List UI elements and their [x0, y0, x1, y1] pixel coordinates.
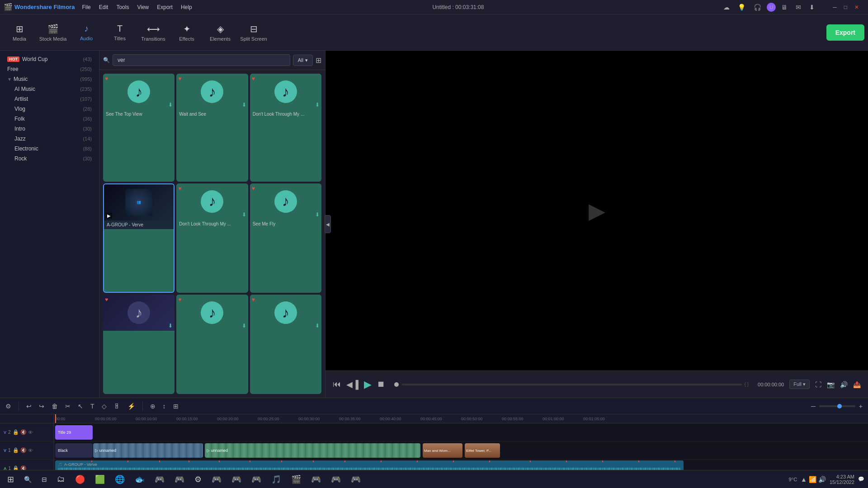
- category-artlist[interactable]: Artlist(107): [0, 94, 99, 104]
- search-input[interactable]: [113, 54, 290, 66]
- clip-unnamed1[interactable]: ▷ unnamed: [93, 443, 203, 458]
- track-eye-v2[interactable]: 👁: [28, 429, 33, 435]
- media-card-7[interactable]: ♪ ♥ ⬇: [103, 295, 175, 394]
- media-card-2[interactable]: ♪ ♥ ⬇ Wait and See: [176, 74, 248, 182]
- taskbar-app12[interactable]: 🎮: [327, 473, 344, 486]
- category-intro[interactable]: Intro(30): [0, 124, 99, 134]
- taskbar-app2[interactable]: 🐟: [131, 473, 148, 486]
- delete-button[interactable]: 🗑: [50, 402, 60, 411]
- taskview-button[interactable]: ⊟: [38, 474, 51, 485]
- keyframe-button[interactable]: ◇: [100, 402, 108, 411]
- zoom-out-button[interactable]: ─: [809, 402, 817, 411]
- playhead[interactable]: [55, 414, 56, 423]
- taskbar-volume-icon[interactable]: 🔊: [818, 476, 826, 483]
- pointer-button[interactable]: ↖: [76, 402, 85, 411]
- taskbar-app3[interactable]: 🎮: [151, 473, 168, 486]
- timeline-settings-button[interactable]: ⚙: [4, 402, 13, 411]
- taskbar-app10[interactable]: 🎬: [288, 473, 305, 486]
- play-button[interactable]: ▶: [364, 379, 372, 390]
- media-card-4[interactable]: 👥 ▶ A-GROUP - Verve: [103, 183, 175, 293]
- fullscreen-button[interactable]: ⛶: [815, 381, 821, 388]
- menu-item-export[interactable]: Export: [153, 3, 176, 11]
- category-ai-music[interactable]: AI Music(235): [0, 84, 99, 94]
- clip-unnamed2[interactable]: ▷ unnamed: [205, 443, 420, 458]
- menu-item-edit[interactable]: Edit: [95, 3, 112, 11]
- track-lock-v2[interactable]: 🔒: [13, 429, 19, 435]
- export-frame-button[interactable]: 📤: [853, 381, 861, 388]
- play-back-button[interactable]: ◀▐: [346, 380, 359, 389]
- toolbar-item-titles[interactable]: T Titles: [104, 18, 136, 47]
- progress-bar[interactable]: [401, 384, 742, 385]
- snapshot-button[interactable]: 📷: [827, 381, 835, 388]
- search-button[interactable]: 🔍: [20, 474, 35, 485]
- toolbar-item-transitions[interactable]: ⟷ Transitions: [137, 18, 169, 47]
- track-eye-v1[interactable]: 👁: [28, 447, 33, 453]
- volume-button[interactable]: 🔊: [840, 381, 848, 388]
- taskbar-explorer[interactable]: 🗂: [53, 473, 69, 486]
- quality-selector[interactable]: Full ▾: [789, 380, 810, 389]
- menu-item-help[interactable]: Help: [177, 3, 196, 11]
- start-button[interactable]: ⊞: [4, 473, 18, 486]
- media-card-9[interactable]: ♪ ♥ ⬇: [250, 295, 321, 394]
- clip-black[interactable]: Black: [55, 443, 93, 458]
- zoom-slider[interactable]: [819, 405, 855, 407]
- taskbar-clock[interactable]: 4:23 AM 15/12/2022: [830, 474, 854, 485]
- media-card-5[interactable]: ♪ ♥ ⬇ Don't Look Through My ...: [176, 183, 248, 293]
- taskbar-app8[interactable]: 🎮: [248, 473, 265, 486]
- download-icon[interactable]: ⬇: [807, 3, 817, 12]
- toolbar-item-splitscreen[interactable]: ⊟ Split Screen: [238, 18, 269, 47]
- taskbar-notification-button[interactable]: 💬: [858, 476, 864, 482]
- toolbar-item-audio[interactable]: ♪ Audio: [71, 18, 102, 47]
- grid-view-button[interactable]: ⊞: [316, 56, 321, 65]
- track-mute-v2[interactable]: 🔇: [20, 429, 27, 435]
- monitor-icon[interactable]: 🖥: [778, 3, 790, 12]
- toolbar-item-stock[interactable]: 🎬 Stock Media: [37, 18, 69, 47]
- undo-button[interactable]: ↩: [24, 402, 33, 411]
- taskbar-app1[interactable]: 🔴: [71, 473, 89, 486]
- clip-eiffel[interactable]: Eiffel Tower, P...: [465, 443, 500, 458]
- redo-button[interactable]: ↪: [37, 402, 46, 411]
- filter-button[interactable]: All ▾: [293, 55, 313, 66]
- minimize-button[interactable]: ─: [830, 3, 840, 11]
- collapse-panel-button[interactable]: ◀: [325, 215, 331, 233]
- lightbulb-icon[interactable]: 💡: [735, 3, 748, 12]
- export-button[interactable]: Export: [826, 24, 864, 41]
- taskbar-app7[interactable]: 🎮: [228, 473, 245, 486]
- menu-item-view[interactable]: View: [133, 3, 152, 11]
- audio-adjust-button[interactable]: 🎚: [112, 402, 122, 411]
- category-rock[interactable]: Rock(30): [0, 154, 99, 164]
- stop-button[interactable]: ⏹: [377, 380, 385, 389]
- maximize-button[interactable]: □: [841, 3, 850, 11]
- taskbar-app5[interactable]: ⚙: [191, 473, 205, 486]
- media-card-6[interactable]: ♪ ♥ ⬇ See Me Fly: [250, 183, 321, 293]
- taskbar-app9[interactable]: 🎵: [268, 473, 285, 486]
- toolbar-item-effects[interactable]: ✦ Effects: [171, 18, 203, 47]
- category-world-cup[interactable]: HOTWorld Cup(43): [0, 54, 99, 64]
- speed-button[interactable]: ⚡: [126, 402, 137, 411]
- menu-item-tools[interactable]: Tools: [113, 3, 132, 11]
- headphones-icon[interactable]: 🎧: [751, 3, 764, 12]
- clip-manwom[interactable]: Man and Wom...: [423, 443, 462, 458]
- cloud-icon[interactable]: ☁: [721, 3, 732, 12]
- taskbar-app13[interactable]: 🎮: [347, 473, 364, 486]
- split-audio-button[interactable]: ↕: [161, 402, 168, 411]
- menu-item-file[interactable]: File: [78, 3, 94, 11]
- clip-title29[interactable]: Title 29: [55, 425, 93, 440]
- mail-icon[interactable]: ✉: [793, 3, 804, 12]
- avatar-icon[interactable]: U: [767, 3, 776, 12]
- zoom-in-button[interactable]: +: [857, 402, 864, 411]
- text-button[interactable]: T: [89, 402, 96, 411]
- toolbar-item-elements[interactable]: ◈ Elements: [204, 18, 236, 47]
- close-button[interactable]: ✕: [852, 3, 862, 11]
- cut-button[interactable]: ✂: [63, 402, 72, 411]
- progress-handle[interactable]: [394, 382, 399, 387]
- add-track-button[interactable]: ⊕: [148, 402, 157, 411]
- media-card-3[interactable]: ♪ ♥ ⬇ Don't Look Through My ...: [250, 74, 321, 182]
- media-card-8[interactable]: ♪ ♥ ⬇: [176, 295, 248, 394]
- taskbar-app6[interactable]: 🎮: [208, 473, 225, 486]
- category-music[interactable]: ▼Music(995): [0, 74, 99, 84]
- media-card-1[interactable]: ♪ ♥ ⬇ See The Top View: [103, 74, 175, 182]
- taskbar-app11[interactable]: 🎮: [307, 473, 325, 486]
- skip-back-button[interactable]: ⏮: [333, 380, 341, 389]
- category-vlog[interactable]: Vlog(28): [0, 104, 99, 114]
